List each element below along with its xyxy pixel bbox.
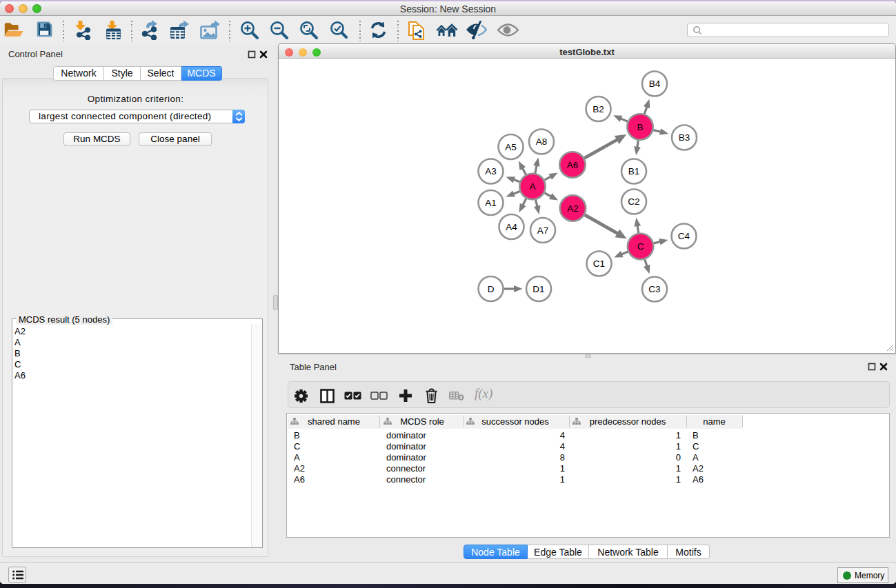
- svg-text:B1: B1: [628, 166, 640, 176]
- svg-text:A3: A3: [485, 166, 497, 176]
- svg-text:A2: A2: [567, 203, 579, 214]
- svg-text:A7: A7: [537, 225, 549, 236]
- svg-text:B2: B2: [593, 104, 604, 114]
- svg-text:A8: A8: [536, 136, 548, 147]
- svg-text:A: A: [529, 181, 535, 192]
- svg-text:B4: B4: [649, 79, 661, 89]
- svg-text:A5: A5: [505, 142, 517, 152]
- svg-text:C1: C1: [593, 258, 605, 269]
- svg-text:C: C: [637, 241, 644, 252]
- svg-text:D1: D1: [532, 284, 544, 294]
- svg-text:A4: A4: [506, 222, 517, 232]
- svg-text:B: B: [637, 122, 643, 132]
- svg-text:D: D: [488, 284, 495, 294]
- svg-text:C3: C3: [648, 284, 660, 294]
- svg-text:A1: A1: [485, 198, 497, 208]
- svg-text:B3: B3: [679, 132, 690, 143]
- svg-text:C2: C2: [628, 196, 639, 207]
- svg-text:A6: A6: [567, 160, 579, 170]
- svg-text:C4: C4: [678, 231, 690, 241]
